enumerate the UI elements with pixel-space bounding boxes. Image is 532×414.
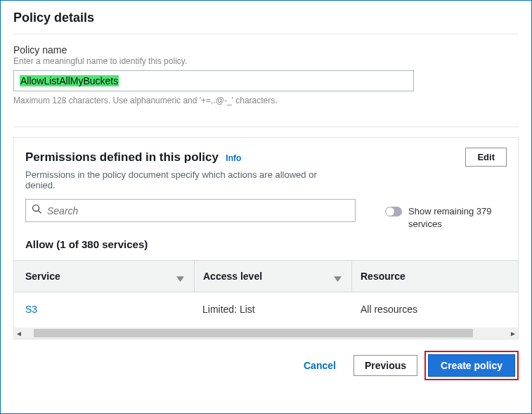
page-title: Policy details: [13, 11, 519, 25]
action-bar: Cancel Previous Create policy: [1, 339, 531, 390]
scroll-left-icon: ◄: [14, 330, 24, 337]
table-row: S3 Limited: List All resources: [14, 292, 518, 328]
policy-name-input[interactable]: AllowListAllMyBuckets: [13, 70, 414, 91]
divider: [13, 127, 519, 127]
col-service[interactable]: Service: [25, 261, 194, 292]
sort-icon: [334, 273, 342, 284]
highlight-box: Create policy: [424, 351, 519, 380]
allow-heading: Allow (1 of 380 services): [14, 230, 518, 260]
search-icon: [32, 204, 47, 217]
search-field[interactable]: [47, 205, 349, 216]
create-policy-button[interactable]: Create policy: [428, 354, 515, 377]
scroll-right-icon: ►: [508, 330, 518, 337]
info-link[interactable]: Info: [226, 153, 241, 163]
policy-name-value: AllowListAllMyBuckets: [20, 75, 119, 86]
permissions-description: Permissions in the policy document speci…: [25, 169, 327, 190]
permissions-panel: Permissions defined in this policy Info …: [13, 137, 519, 339]
permissions-title: Permissions defined in this policy: [25, 150, 219, 164]
show-remaining-toggle[interactable]: [385, 207, 402, 216]
resource-cell: All resources: [352, 304, 507, 315]
divider: [13, 34, 519, 34]
col-resource[interactable]: Resource: [352, 261, 507, 292]
policy-name-hint: Maximum 128 characters. Use alphanumeric…: [13, 96, 519, 105]
service-link[interactable]: S3: [25, 304, 37, 315]
previous-button[interactable]: Previous: [353, 355, 417, 376]
policy-name-help: Enter a meaningful name to identify this…: [13, 56, 519, 66]
edit-button[interactable]: Edit: [465, 148, 507, 167]
horizontal-scrollbar[interactable]: ◄ ►: [14, 328, 518, 339]
policy-name-label: Policy name: [13, 44, 519, 56]
col-access-level[interactable]: Access level: [194, 261, 352, 292]
sort-icon: [176, 273, 184, 284]
access-level-cell: Limited: List: [194, 304, 352, 315]
search-input[interactable]: [25, 199, 356, 222]
table-header: Service Access level Resource: [14, 260, 518, 292]
cancel-button[interactable]: Cancel: [293, 356, 346, 375]
